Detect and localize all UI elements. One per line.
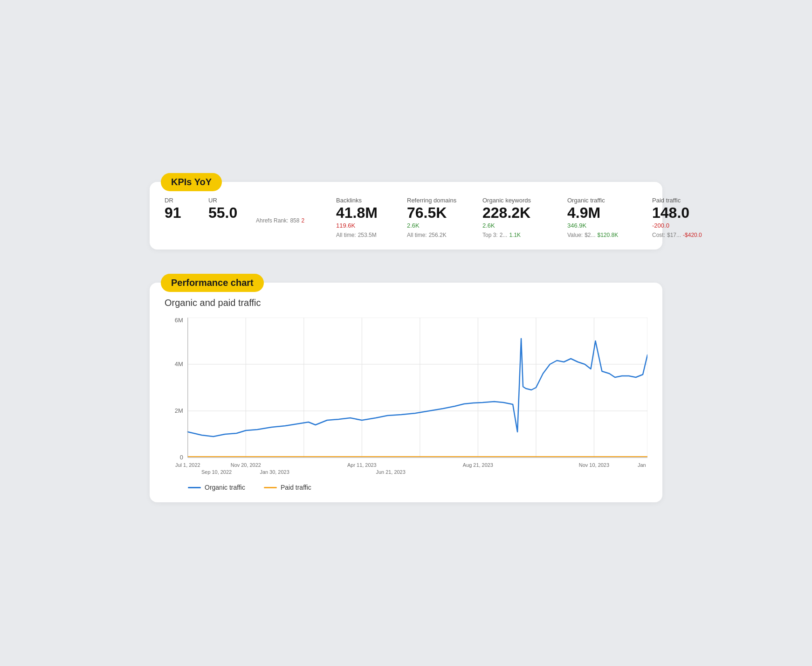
legend-paid: Paid traffic	[264, 484, 311, 491]
xlabel-9: Jan 20...	[638, 462, 647, 468]
kpi-referring-domains: Referring domains 76.5K 2.6K All time: 2…	[407, 197, 468, 238]
backlinks-footer-label: All time:	[336, 232, 356, 238]
kpi-pt-footer: Cost: $17... -$420.0	[652, 232, 708, 238]
ylabel-2m: 2M	[175, 407, 183, 414]
legend-organic-line	[188, 487, 201, 488]
legend-organic-label: Organic traffic	[205, 484, 245, 491]
perf-badge: Performance chart	[161, 274, 264, 292]
kpi-organic-keywords: Organic keywords 228.2K 2.6K Top 3: 2...…	[482, 197, 552, 238]
ot-footer-extra: $120.8K	[598, 232, 619, 238]
kpi-ot-footer: Value: $2... $120.8K	[567, 232, 622, 238]
chart-legend: Organic traffic Paid traffic	[165, 484, 647, 491]
kpi-pt-value: 148.0	[652, 205, 708, 221]
organic-traffic-line	[188, 339, 647, 437]
kpi-ok-footer: Top 3: 2... 1.1K	[482, 232, 537, 238]
main-container: KPIs YoY DR 91 UR 55.0 Ahrefs Rank:	[150, 164, 662, 502]
kpi-ot-value: 4.9M	[567, 205, 622, 221]
kpi-pt-change: -200.0	[652, 222, 708, 229]
kpi-ok-label: Organic keywords	[482, 197, 537, 204]
ahrefs-rank-change: 2	[301, 217, 304, 224]
kpi-rd-change: 2.6K	[407, 222, 453, 229]
pt-footer-label: Cost:	[652, 232, 665, 238]
kpi-ur-label: UR	[208, 197, 241, 204]
kpi-dr: DR 91	[165, 197, 197, 221]
chart-area: .grid-line { stroke: #e0e0e0; stroke-wid…	[165, 318, 647, 476]
kpi-ur: UR 55.0	[208, 197, 241, 221]
kpis-section: KPIs YoY DR 91 UR 55.0 Ahrefs Rank:	[150, 164, 662, 250]
legend-paid-line	[264, 487, 277, 488]
xlabel-1: Jul 1, 2022	[175, 462, 200, 468]
kpi-backlinks: Backlinks 41.8M 119.6K All time: 253.5M	[336, 197, 392, 238]
legend-paid-label: Paid traffic	[281, 484, 311, 491]
kpis-badge: KPIs YoY	[161, 173, 222, 191]
ot-footer-label: Value:	[567, 232, 583, 238]
kpi-pt-label: Paid traffic	[652, 197, 708, 204]
kpis-card: DR 91 UR 55.0 Ahrefs Rank: 858 2	[150, 182, 662, 250]
xlabel-b1: Sep 10, 2022	[201, 469, 232, 475]
backlinks-footer-value: 253.5M	[358, 232, 377, 238]
kpi-dr-value: 91	[165, 205, 197, 221]
chart-svg: .grid-line { stroke: #e0e0e0; stroke-wid…	[165, 318, 647, 476]
xlabel-4: Apr 11, 2023	[347, 462, 377, 468]
kpi-rd-label: Referring domains	[407, 197, 453, 204]
pt-footer-extra: -$420.0	[683, 232, 702, 238]
perf-section: Performance chart Organic and paid traff…	[150, 264, 662, 502]
rd-footer-value: 256.2K	[429, 232, 447, 238]
kpi-backlinks-value: 41.8M	[336, 205, 377, 221]
kpi-backlinks-label: Backlinks	[336, 197, 377, 204]
xlabel-b2: Jan 30, 2023	[260, 469, 289, 475]
legend-organic: Organic traffic	[188, 484, 245, 491]
kpi-paid-traffic: Paid traffic 148.0 -200.0 Cost: $17... -…	[652, 197, 708, 238]
kpi-row: DR 91 UR 55.0 Ahrefs Rank: 858 2	[165, 197, 647, 238]
kpi-ot-label: Organic traffic	[567, 197, 622, 204]
kpi-ot-change: 346.9K	[567, 222, 622, 229]
kpi-backlinks-footer: All time: 253.5M	[336, 232, 377, 238]
kpi-organic-traffic: Organic traffic 4.9M 346.9K Value: $2...…	[567, 197, 637, 238]
ok-footer-value: 2...	[500, 232, 508, 238]
kpi-dr-ur-group: DR 91 UR 55.0	[165, 197, 256, 221]
ylabel-0: 0	[180, 454, 183, 461]
kpi-ok-value: 228.2K	[482, 205, 537, 221]
rd-footer-label: All time:	[407, 232, 427, 238]
perf-card: Organic and paid traffic .grid-line { st…	[150, 283, 662, 502]
kpi-backlinks-change: 119.6K	[336, 222, 377, 229]
ylabel-4m: 4M	[175, 361, 183, 368]
kpi-ahrefs-rank-footer: Ahrefs Rank: 858 2	[256, 217, 306, 224]
kpi-ahrefs-footer: Ahrefs Rank: 858 2	[256, 215, 321, 224]
ok-footer-label: Top 3:	[482, 232, 498, 238]
kpi-rd-value: 76.5K	[407, 205, 453, 221]
kpi-rd-footer: All time: 256.2K	[407, 232, 453, 238]
kpi-ok-change: 2.6K	[482, 222, 537, 229]
xlabel-2: Nov 20, 2022	[231, 462, 261, 468]
chart-title: Organic and paid traffic	[165, 298, 647, 308]
ot-footer-value: $2...	[585, 232, 595, 238]
ahrefs-rank-label: Ahrefs Rank:	[256, 217, 288, 224]
xlabel-6: Aug 21, 2023	[463, 462, 493, 468]
xlabel-b3: Jun 21, 2023	[376, 469, 405, 475]
ahrefs-rank-value: 858	[290, 217, 299, 224]
ok-footer-extra: 1.1K	[509, 232, 521, 238]
pt-footer-value: $17...	[667, 232, 681, 238]
xlabel-8: Nov 10, 2023	[579, 462, 609, 468]
ylabel-6m: 6M	[175, 318, 183, 324]
kpi-ur-value: 55.0	[208, 205, 241, 221]
kpi-dr-label: DR	[165, 197, 197, 204]
